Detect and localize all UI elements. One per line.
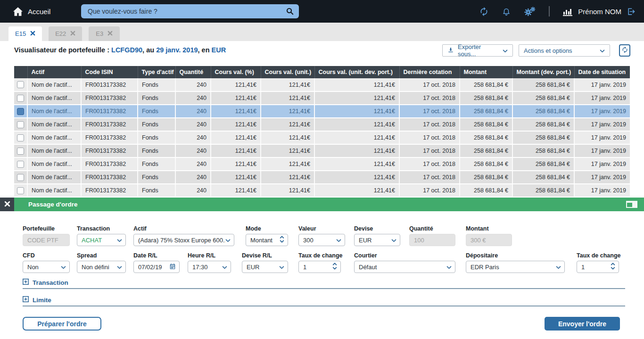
table-row[interactable]: Nom de l'actif...FR0013173382Fonds240121… (14, 118, 630, 131)
cell: 17 janv. 2019 (574, 91, 630, 105)
positions-table: ActifCode ISINType d'actifQuantitéCours … (14, 66, 630, 198)
row-checkbox[interactable] (17, 134, 24, 141)
close-tab-icon[interactable] (107, 30, 113, 37)
column-header[interactable]: Cours val. (unit. dev. port.) (314, 66, 399, 78)
cell: 121,41€ (314, 157, 399, 171)
calendar-icon[interactable] (169, 263, 176, 271)
taux-de-change-2-spinner[interactable]: 1 (577, 261, 619, 273)
column-header[interactable]: Cours val. (unit.) (261, 66, 314, 78)
refresh-table-button[interactable] (619, 44, 630, 57)
courtier-select[interactable]: Défaut (354, 261, 455, 273)
section-label: Transaction (33, 279, 68, 286)
row-checkbox[interactable] (17, 174, 24, 181)
portfolio-code-link[interactable]: LCFGD90 (111, 46, 142, 54)
table-row[interactable]: Nom de l'actif...FR0013173382Fonds240121… (14, 184, 630, 197)
montant-field: Montant 300 € (466, 225, 512, 246)
tab-e15[interactable]: E15 (8, 26, 42, 41)
actif-select[interactable]: (Adara) 75% Stoxx Europe 600... (133, 234, 234, 246)
column-header[interactable]: Type d'actif (138, 66, 175, 78)
close-tab-icon[interactable] (70, 30, 75, 37)
taux-de-change-1-spinner[interactable]: 1 (298, 261, 341, 273)
heure-rl-select[interactable]: 17:30 (188, 261, 231, 273)
settings-gears-icon[interactable] (524, 7, 536, 17)
cell: 240 (175, 171, 211, 184)
devise-select[interactable]: EUR (354, 234, 400, 246)
cell: 121,41€ (261, 131, 314, 144)
table-row[interactable]: Nom de l'actif...FR0013173382Fonds240121… (14, 91, 630, 105)
column-header[interactable]: Actif (27, 66, 81, 78)
column-header[interactable]: Date de situation (574, 66, 630, 78)
send-order-button[interactable]: Envoyer l'ordre (545, 317, 620, 331)
column-header[interactable]: Montant (460, 66, 512, 78)
actif-field: Actif (Adara) 75% Stoxx Europe 600... (133, 225, 234, 246)
row-checkbox[interactable] (17, 81, 24, 88)
home-button[interactable]: Accueil (0, 7, 50, 16)
depositaire-select[interactable]: EDR Paris (466, 261, 565, 273)
bar-chart-icon[interactable] (563, 7, 573, 16)
close-order-panel-button[interactable] (0, 198, 14, 211)
chevron-down-icon (336, 237, 341, 244)
user-name[interactable]: Prénom NOM (578, 8, 621, 16)
dock-panel-icon[interactable] (626, 201, 637, 208)
column-header[interactable]: Dernière cotation (399, 66, 460, 78)
mode-spinner[interactable]: Montant (246, 234, 288, 246)
transaction-select[interactable]: ACHAT (77, 234, 126, 246)
column-header[interactable]: Code ISIN (81, 66, 138, 78)
cell: Nom de l'actif... (27, 131, 81, 144)
transaction-section-toggle[interactable]: Transaction (23, 279, 625, 286)
table-row[interactable]: Nom de l'actif...FR0013173382Fonds240121… (14, 144, 630, 157)
cell: 240 (175, 91, 211, 105)
column-header[interactable]: Quantité (175, 66, 211, 78)
limite-section-toggle[interactable]: Limite (23, 296, 625, 304)
montant-label: Montant (466, 225, 512, 232)
refresh-icon (621, 46, 628, 55)
table-row[interactable]: Nom de l'actif...FR0013173382Fonds240121… (14, 157, 630, 171)
cell: 121,41€ (314, 78, 399, 91)
portfolio-currency-link[interactable]: EUR (212, 46, 226, 54)
notifications-bell-icon[interactable] (502, 7, 511, 16)
date-rl-input[interactable]: 07/02/19 (133, 261, 180, 273)
prepare-order-button[interactable]: Préparer l'ordre (23, 317, 101, 331)
column-header[interactable]: Cours val. (%) (211, 66, 261, 78)
close-tab-icon[interactable] (30, 30, 35, 37)
transaction-field: Transaction ACHAT (77, 225, 126, 246)
cell: 17 janv. 2019 (574, 144, 630, 157)
row-checkbox[interactable] (17, 187, 24, 194)
section-label: Limite (33, 297, 51, 304)
cfd-select[interactable]: Non (23, 261, 70, 273)
portfolio-date-link[interactable]: 29 janv. 2019 (156, 46, 198, 54)
table-row[interactable]: Nom de l'actif...FR0013173382Fonds240121… (14, 131, 630, 144)
spread-select[interactable]: Non défini (77, 261, 126, 273)
table-row[interactable]: Nom de l'actif...FR0013173382Fonds240121… (14, 105, 630, 118)
logout-icon[interactable] (627, 7, 636, 16)
column-header[interactable]: Montant (dev. port.) (512, 66, 574, 78)
heure-rl-label: Heure R/L (188, 252, 231, 259)
title-prefix: Visualisateur de portefeuille : (14, 46, 111, 54)
cell: Fonds (138, 105, 175, 118)
search-input[interactable] (81, 4, 299, 18)
row-checkbox-cell (14, 171, 27, 184)
row-checkbox[interactable] (17, 121, 24, 128)
row-checkbox[interactable] (17, 161, 24, 168)
export-dropdown-button[interactable]: Exporter sous... (442, 44, 513, 57)
valeur-select[interactable]: 300 (298, 234, 345, 246)
cell: 121,41€ (211, 144, 261, 157)
table-row[interactable]: Nom de l'actif...FR0013173382Fonds240121… (14, 78, 630, 91)
cell: 240 (175, 157, 211, 171)
table-row[interactable]: Nom de l'actif...FR0013173382Fonds240121… (14, 171, 630, 184)
devise-rl-select[interactable]: EUR (242, 261, 288, 273)
cell: 121,41€ (261, 157, 314, 171)
row-checkbox[interactable] (17, 148, 24, 155)
actions-dropdown-button[interactable]: Actions et options (519, 44, 610, 57)
chevron-down-icon (446, 264, 452, 271)
row-checkbox-cell (14, 157, 27, 171)
row-checkbox[interactable] (17, 95, 24, 102)
tab-e22[interactable]: E22 (49, 26, 82, 41)
search-icon[interactable] (286, 7, 294, 17)
cell: 17 oct. 2018 (399, 105, 460, 118)
tab-e3[interactable]: E3 (89, 26, 120, 41)
tab-label: E22 (55, 30, 66, 37)
sync-icon[interactable] (479, 7, 489, 17)
row-checkbox[interactable] (17, 108, 24, 115)
cell: 121,41€ (314, 105, 399, 118)
